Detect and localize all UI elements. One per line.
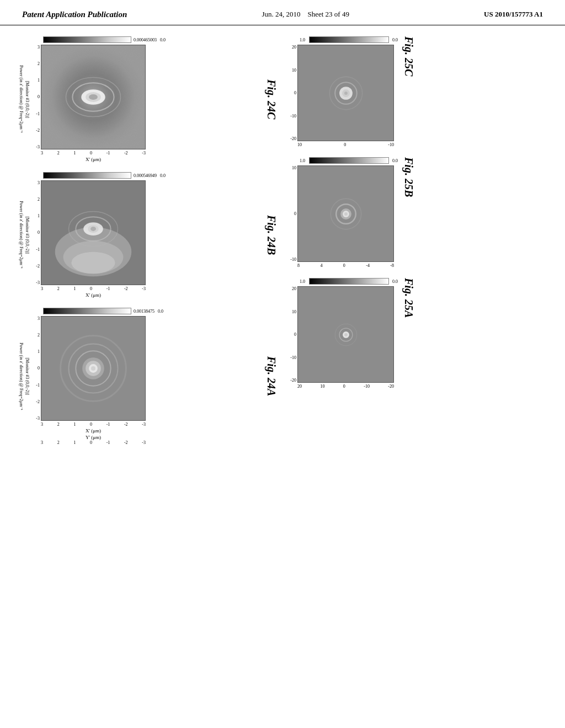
fig25b-plot-area: 1.0 0.0 100-10 [285,157,398,268]
fig25c-y-ticks: 20100-10-20 [285,45,297,141]
fig24b-colorbar [43,172,131,179]
fig25b-x-ticks: 840-4-8 [297,262,394,268]
fig24b-colorbar-row: 0.000546949 0.0 [32,172,262,179]
fig25c-colorbar-zero: 0.0 [392,38,398,42]
fig24b-plot-area: 0.000546949 0.0 3210-1-2-3 [32,172,262,298]
fig24b-colorbar-zero: 0.0 [160,173,166,178]
fig25c-colorbar [309,36,389,43]
fig24c-x-label: X' (μm) [41,157,146,162]
fig24a-label: Fig. 24A [262,308,280,445]
fig24a-colorbar-zero: 0.0 [158,309,163,314]
fig25a-plot-with-axis: 20100-10-20 [285,286,398,383]
fig25a-label: Fig. 25A [398,278,415,389]
fig25a-colorbar-one: 1.0 [300,279,305,284]
fig24c-colorbar [43,36,131,43]
fig24a-plot [41,316,146,421]
fig25c-label: Fig. 25C [398,36,415,147]
svg-rect-34 [298,45,393,141]
fig24a-plot-with-axis: 3210-1-2-3 [32,316,262,421]
sheet-info: Sheet 23 of 49 [307,10,349,18]
fig25a-colorbar-row: 1.0 0.0 [285,278,398,285]
fig24a-plot-area: 0.00138475 0.0 3210-1-2-3 [32,308,262,445]
fig24c-colorbar-max: 0.000465003 [134,38,157,42]
fig25b-colorbar-one: 1.0 [300,158,305,163]
figure-24c-block: Power (in z' direction) @ Freq=2μm⁻¹ [Mo… [17,36,280,162]
fig25a-x-ticks: 20100-10-20 [297,383,394,389]
fig24c-plot [41,45,146,149]
fig25a-colorbar-zero: 0.0 [392,279,398,284]
fig25a-plot [297,286,394,383]
fig25b-colorbar [309,157,389,164]
fig25c-x-ticks: 100-10 [297,141,394,147]
fig24c-colorbar-zero: 0.0 [160,38,166,42]
patent-number: US 2010/157773 A1 [484,10,543,19]
fig24b-label: Fig. 24B [262,172,280,298]
svg-rect-8 [41,45,145,149]
fig25b-plot [297,165,394,262]
fig25c-plot-area: 1.0 0.0 20100-10-20 [285,36,398,147]
fig24a-colorbar-row: 0.00138475 0.0 [32,308,262,314]
fig25a-colorbar [309,278,389,285]
fig25a-y-ticks: 20100-10-20 [285,286,297,383]
fig25a-plot-area: 1.0 0.0 20100-10-20 [285,278,398,389]
fig24c-x-ticks: 3210-1-2-3 [41,149,146,156]
fig24a-colorbar-max: 0.00138475 [134,309,154,314]
fig24a-bottom-y-label: Y' (μm) [86,435,101,440]
page-header: Patent Application Publication Jun. 24, … [0,0,565,25]
fig24b-colorbar-max: 0.000546949 [134,173,157,178]
fig25b-y-ticks: 100-10 [285,165,297,262]
fig25b-label: Fig. 25B [398,157,415,268]
fig24c-y-ticks: 3210-1-2-3 [32,45,41,149]
figure-24b-block: Power (in z' direction) @ Freq=2μm⁻¹ [Mo… [17,172,280,298]
fig24c-y-label: Power (in z' direction) @ Freq=2μm⁻¹ [Mo… [17,36,32,162]
fig24a-y-ticks: 3210-1-2-3 [32,316,41,421]
left-column: Power (in z' direction) @ Freq=2μm⁻¹ [Mo… [17,36,280,445]
fig24a-x-label: X' (μm) [41,428,146,433]
fig24a-y-label: Power (in z' direction) @ Freq=2μm⁻¹ [Mo… [17,308,32,445]
fig24b-x-ticks: 3210-1-2-3 [41,285,146,291]
fig24b-y-label: Power (in z' direction) @ Freq=2μm⁻¹ [Mo… [17,172,32,298]
fig24b-plot-with-axis: 3210-1-2-3 [32,180,262,285]
fig24b-plot [41,180,146,285]
main-content: Power (in z' direction) @ Freq=2μm⁻¹ [Mo… [0,25,565,456]
fig24c-colorbar-row: 0.000465003 0.0 [32,36,262,43]
svg-rect-41 [298,166,393,261]
fig25b-plot-with-axis: 100-10 [285,165,398,262]
fig25b-colorbar-row: 1.0 0.0 [285,157,398,164]
fig24c-plot-with-axis: 3210-1-2-3 [32,45,262,149]
figure-24a-block: Power (in z' direction) @ Freq=2μm⁻¹ [Mo… [17,308,280,445]
fig25c-plot-with-axis: 20100-10-20 [285,45,398,141]
svg-rect-18 [41,181,145,285]
figure-25a-block: 1.0 0.0 20100-10-20 [285,278,548,389]
fig24b-x-label: X' (μm) [41,292,146,298]
figure-25b-block: 1.0 0.0 100-10 [285,157,548,268]
svg-rect-47 [298,287,393,382]
fig24c-label: Fig. 24C [262,36,280,162]
figure-25c-block: 1.0 0.0 20100-10-20 [285,36,548,147]
fig25c-plot [297,45,394,141]
publication-date-sheet: Jun. 24, 2010 Sheet 23 of 49 [262,10,349,19]
publication-title: Patent Application Publication [22,10,127,19]
right-column: 1.0 0.0 20100-10-20 [285,36,548,445]
fig25b-colorbar-zero: 0.0 [392,158,398,163]
publication-date: Jun. 24, 2010 [262,10,300,18]
fig24a-colorbar [43,308,131,314]
svg-rect-27 [41,317,145,420]
fig24a-x-ticks: 3210-1-2-3 [41,421,146,427]
fig25c-colorbar-one: 1.0 [300,38,305,42]
fig24b-y-ticks: 3210-1-2-3 [32,180,41,285]
fig25c-colorbar-row: 1.0 0.0 [285,36,398,43]
fig24c-plot-area: 0.000465003 0.0 3210-1-2-3 [32,36,262,162]
